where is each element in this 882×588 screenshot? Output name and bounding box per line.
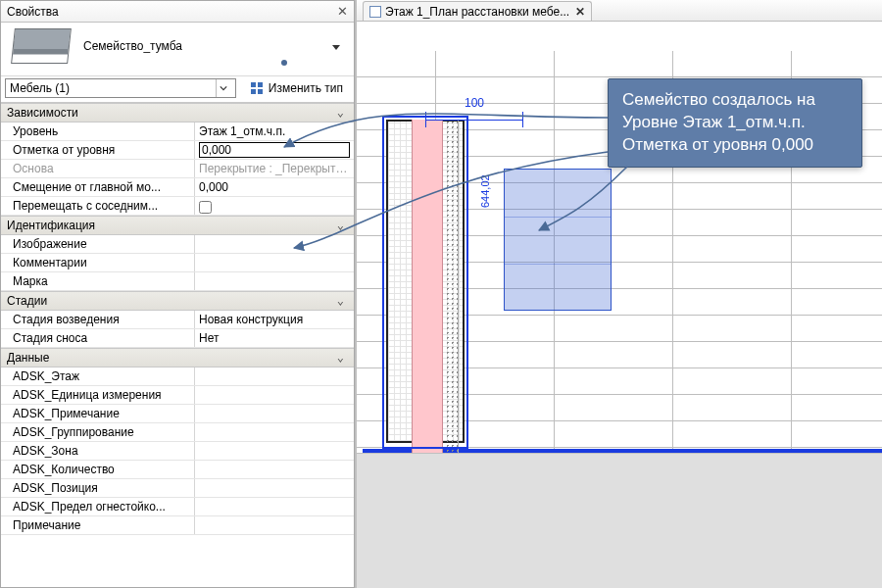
property-row: Комментарии (1, 254, 354, 272)
property-label: ADSK_Предел огнестойко... (1, 498, 195, 515)
property-value[interactable]: Новая конструкция (195, 311, 354, 328)
property-value (195, 141, 354, 159)
property-label: Стадия возведения (1, 311, 195, 328)
ground (357, 453, 882, 588)
group-header[interactable]: Данные⌃ (1, 348, 354, 368)
view-tabbar: Этаж 1_План расстановки мебе... ✕ (357, 0, 882, 22)
filter-value: Мебель (1) (10, 81, 70, 95)
property-label: Уровень (1, 122, 195, 140)
property-checkbox[interactable] (199, 201, 212, 214)
property-value[interactable] (195, 516, 354, 534)
property-row: Отметка от уровня (1, 141, 354, 160)
property-label: ADSK_Количество (1, 461, 195, 478)
property-value[interactable] (195, 442, 354, 460)
property-row: Примечание (1, 516, 354, 535)
dim-h-value: 100 (425, 96, 523, 110)
property-label: Марка (1, 272, 195, 290)
edit-type-button[interactable]: Изменить тип (242, 78, 350, 98)
close-icon[interactable]: ✕ (334, 3, 350, 19)
property-value[interactable] (195, 235, 354, 253)
property-label: ADSK_Зона (1, 442, 195, 460)
filter-combo[interactable]: Мебель (1) (5, 78, 236, 98)
property-row: ADSK_Предел огнестойко... (1, 498, 354, 516)
panel-title-bar: Свойства ✕ (1, 1, 354, 23)
callout-line1: Семейство создалось на (622, 89, 848, 112)
property-label: ADSK_Позиция (1, 479, 195, 497)
group-title: Стадии (7, 294, 47, 308)
panel-title: Свойства (7, 5, 59, 19)
property-row: УровеньЭтаж 1_отм.ч.п. (1, 122, 354, 141)
property-label: Перемещать с соседним... (1, 197, 195, 215)
property-label: ADSK_Примечание (1, 405, 195, 422)
edit-type-label: Изменить тип (269, 81, 343, 95)
selected-family[interactable] (504, 169, 612, 311)
property-row: Стадия возведенияНовая конструкция (1, 311, 354, 329)
collapse-icon[interactable]: ⌃ (337, 219, 344, 232)
close-icon[interactable]: ✕ (575, 5, 585, 19)
property-row: ADSK_Зона (1, 442, 354, 461)
property-row: Марка (1, 272, 354, 291)
callout-line2: Уровне Этаж 1_отм.ч.п. (622, 112, 848, 134)
property-value[interactable] (195, 461, 354, 478)
group-title: Идентификация (7, 219, 95, 232)
group-header[interactable]: Стадии⌃ (1, 291, 354, 311)
property-label: ADSK_Единица измерения (1, 386, 195, 404)
callout-line3: Отметка от уровня 0,000 (622, 134, 848, 157)
property-row: Перемещать с соседним... (1, 197, 354, 216)
tab-label: Этаж 1_План расстановки мебе... (385, 5, 569, 19)
property-value[interactable] (195, 423, 354, 441)
collapse-icon[interactable]: ⌃ (337, 106, 344, 120)
view-area: Этаж 1_План расстановки мебе... ✕ 100 64… (355, 0, 882, 588)
instance-filter-row: Мебель (1) Изменить тип (1, 76, 354, 103)
property-label: Примечание (1, 516, 195, 534)
property-row: Изображение (1, 235, 354, 254)
drawing-canvas[interactable]: 100 644,02 Семейство создалось на Уровне… (357, 22, 882, 588)
property-value[interactable]: Нет (195, 329, 354, 347)
annotation-callout: Семейство создалось на Уровне Этаж 1_отм… (608, 78, 862, 168)
collapse-icon[interactable]: ⌃ (337, 294, 344, 308)
chevron-down-icon[interactable] (332, 45, 340, 50)
property-value[interactable] (195, 479, 354, 497)
property-value[interactable] (195, 405, 354, 422)
wall-outline (382, 116, 468, 449)
dimension-vertical: 644,02 (469, 159, 499, 314)
property-row: ADSK_Единица измерения (1, 386, 354, 405)
document-icon (369, 6, 381, 18)
property-row: ADSK_Примечание (1, 405, 354, 423)
property-value[interactable]: Этаж 1_отм.ч.п. (195, 122, 354, 140)
property-value[interactable] (195, 272, 354, 290)
property-row: ADSK_Позиция (1, 479, 354, 498)
collapse-icon[interactable]: ⌃ (337, 351, 344, 365)
property-row: ADSK_Количество (1, 461, 354, 479)
property-grid: Зависимости⌃УровеньЭтаж 1_отм.ч.п.Отметк… (1, 103, 354, 587)
properties-panel: Свойства ✕ Семейство_тумба Мебель (1) Из… (0, 0, 355, 588)
property-value[interactable]: 0,000 (195, 178, 354, 196)
property-input[interactable] (199, 142, 350, 158)
group-header[interactable]: Зависимости⌃ (1, 103, 354, 122)
property-label: ADSK_Этаж (1, 368, 195, 385)
property-value[interactable] (195, 386, 354, 404)
property-label: Стадия сноса (1, 329, 195, 347)
family-thumbnail (11, 28, 72, 64)
property-value[interactable]: Перекрытие : _Перекрыти... (195, 160, 354, 177)
view-tab[interactable]: Этаж 1_План расстановки мебе... ✕ (363, 1, 592, 21)
property-label: Смещение от главной мо... (1, 178, 195, 196)
property-value[interactable] (195, 368, 354, 385)
property-label: Изображение (1, 235, 195, 253)
property-label: Отметка от уровня (1, 141, 195, 159)
group-title: Зависимости (7, 106, 78, 120)
dim-v-value: 644,02 (479, 174, 491, 208)
property-value (195, 197, 354, 215)
property-value[interactable] (195, 254, 354, 271)
group-header[interactable]: Идентификация⌃ (1, 216, 354, 235)
type-selector[interactable]: Семейство_тумба (1, 23, 354, 76)
property-label: Комментарии (1, 254, 195, 271)
property-row: ADSK_Этаж (1, 368, 354, 386)
property-value[interactable] (195, 498, 354, 515)
property-row: Стадия сносаНет (1, 329, 354, 348)
property-row: ОсноваПерекрытие : _Перекрыти... (1, 160, 354, 178)
property-label: Основа (1, 160, 195, 177)
grid-icon (249, 80, 265, 96)
property-label: ADSK_Группирование (1, 423, 195, 441)
chevron-down-icon[interactable] (216, 79, 231, 97)
